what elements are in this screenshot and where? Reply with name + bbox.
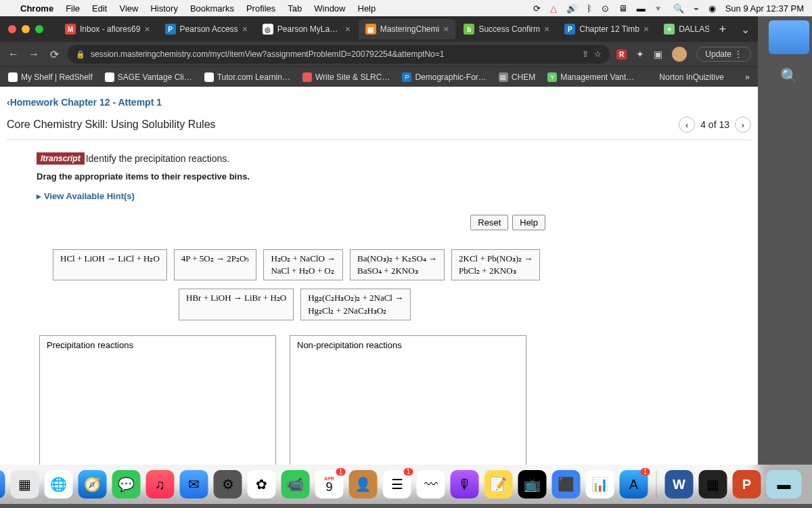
address-bar[interactable]: 🔒 session.masteringchemistry.com/myct/it… [68,45,610,64]
app-menu[interactable]: Chrome [20,3,53,14]
dock-word-icon[interactable]: W [665,470,694,499]
dock[interactable]: 🙂 ▦ 🌐 🧭 💬 ♫ ✉ ⚙ ✿ 📹 APR 9 1 👤 ☰1 〰 🎙 📝 📺… [0,465,812,504]
browser-tab[interactable]: MInbox - aflores69× [58,19,157,39]
bookmark-item[interactable]: PDemographic-For… [402,72,486,82]
menu-view[interactable]: View [119,3,138,14]
new-tab-button[interactable]: + [713,22,731,37]
dock-photos-icon[interactable]: ✿ [248,470,276,499]
dock-powerpoint-icon[interactable]: P [733,470,761,499]
menu-help[interactable]: Help [358,3,376,14]
dock-safari-icon[interactable]: 🧭 [78,470,107,499]
reaction-tile[interactable]: HCl + LiOH → LiCl + H₂O [53,249,167,280]
bookmark-item[interactable]: ▤CHEM [499,72,535,82]
bin-non-precipitation[interactable]: Non-precipitation reactions [290,335,526,471]
dock-contacts-icon[interactable]: 👤 [349,470,378,499]
menu-window[interactable]: Window [314,3,345,14]
bookmark-item[interactable]: Write Site & SLRC… [302,72,390,82]
dock-appstore-icon[interactable]: A1 [620,470,648,499]
menu-edit[interactable]: Edit [92,3,107,14]
browser-tab[interactable]: PPearson Access× [158,19,254,39]
status-display-icon[interactable]: 🖥 [618,3,627,14]
status-search-icon[interactable]: 🔍 [673,3,684,14]
dock-grid-icon[interactable]: ▦ [699,470,727,499]
dock-trash-icon[interactable]: 🗑 [807,470,813,499]
mac-menu-bar[interactable]: Chrome File Edit View History Bookmarks … [0,0,812,16]
forward-button[interactable]: → [27,48,41,60]
minimize-window-icon[interactable] [22,25,30,33]
menu-bookmarks[interactable]: Bookmarks [190,3,234,14]
menu-file[interactable]: File [66,3,80,14]
status-volume-icon[interactable]: 🔊 [566,3,577,14]
dock-reminders-icon[interactable]: ☰1 [383,470,411,499]
dock-mail-icon[interactable]: ✉ [180,470,208,499]
star-icon[interactable]: ☆ [594,49,602,59]
browser-tab[interactable]: ◎Pearson MyLab a× [256,19,357,39]
bookmark-item[interactable]: YManagement Vant… [547,72,634,82]
dock-calendar-icon[interactable]: APR 9 1 [315,470,344,499]
dock-window-thumb-icon[interactable]: ▬ [767,470,802,499]
desktop-search-icon[interactable]: 🔍 [780,68,798,85]
pager-next-button[interactable]: › [735,117,751,133]
transcript-badge[interactable]: ltranscript [37,152,85,165]
bookmark-item[interactable]: ⓘTutor.com Learnin… [204,72,290,82]
status-triangle-icon[interactable]: △ [550,3,557,14]
reaction-tile[interactable]: 2KCl + Pb(NO₃)₂ →PbCl₂ + 2KNO₃ [451,249,540,280]
dock-launchpad-icon[interactable]: ▦ [11,470,39,499]
bookmark-item[interactable]: Norton InQuizitive [646,72,723,82]
desktop-folder-icon[interactable] [769,20,809,54]
extensions-icon[interactable]: ✦ [636,49,644,60]
close-tab-icon[interactable]: × [144,24,150,35]
dock-freeform-icon[interactable]: 〰 [417,470,445,499]
dock-music-icon[interactable]: ♫ [146,470,175,499]
menu-history[interactable]: History [150,3,177,14]
close-tab-icon[interactable]: × [345,24,351,35]
bin-precipitation[interactable]: Precipitation reactions [39,335,276,471]
status-siri-icon[interactable]: ◉ [708,3,716,14]
reset-button[interactable]: Reset [470,215,508,230]
dock-messages-icon[interactable]: 💬 [112,470,141,499]
browser-tab[interactable]: ✦DALLAS BARIATR× [657,19,709,39]
status-battery-icon[interactable]: ▬ [637,3,646,14]
menu-profiles[interactable]: Profiles [246,3,275,14]
fullscreen-window-icon[interactable] [35,25,43,33]
close-window-icon[interactable] [8,25,16,33]
tab-dropdown-icon[interactable]: ⌄ [741,23,750,36]
side-panel-icon[interactable]: ▣ [654,49,662,60]
reload-button[interactable]: ⟳ [47,48,61,61]
dock-system-icon[interactable]: ⚙ [214,470,242,499]
share-icon[interactable]: ⇧ [582,49,589,59]
dock-finder-icon[interactable]: 🙂 [0,470,5,499]
dock-tv-icon[interactable]: 📺 [518,470,547,499]
pager-prev-button[interactable]: ‹ [679,117,695,133]
breadcrumb-back-link[interactable]: ‹Homework Chapter 12 - Attempt 1 [7,97,162,108]
extension-adblock-icon[interactable]: R [616,49,627,60]
reaction-tile[interactable]: Hg₂(C₂H₃O₂)₂ + 2NaCl →Hg₂Cl₂ + 2NaC₂H₃O₂ [300,289,411,320]
reaction-tile[interactable]: H₂O₂ + NaClO →NaCl + H₂O + O₂ [263,249,343,280]
close-tab-icon[interactable]: × [443,24,449,35]
dock-podcasts-icon[interactable]: 🎙 [451,470,479,499]
bookmarks-overflow-icon[interactable]: » [745,72,750,82]
reaction-tile[interactable]: Ba(NO₃)₂ + K₂SO₄ →BaSO₄ + 2KNO₃ [350,249,445,280]
status-bluetooth-icon[interactable]: ᛒ [587,3,592,14]
dock-app1-icon[interactable]: ⬛ [552,470,581,499]
browser-tab[interactable]: PChapter 12 Timb× [558,19,656,39]
dock-chrome-icon[interactable]: 🌐 [45,470,73,499]
status-sync-icon[interactable]: ⟳ [533,3,541,14]
menu-tab[interactable]: Tab [288,3,302,14]
reaction-tile[interactable]: 4P + 5O₂ → 2P₂O₅ [174,249,257,280]
profile-avatar-icon[interactable] [672,47,687,62]
window-controls[interactable] [8,25,43,33]
close-tab-icon[interactable]: × [242,24,248,35]
status-wifi-icon[interactable]: ᯤ [655,3,664,14]
dock-app2-icon[interactable]: 📊 [586,470,614,499]
dock-facetime-icon[interactable]: 📹 [281,470,310,499]
dock-notes-icon[interactable]: 📝 [484,470,513,499]
close-tab-icon[interactable]: × [644,24,649,35]
status-control-center-icon[interactable]: ⌁ [694,3,699,14]
menu-clock[interactable]: Sun 9 Apr 12:37 PM [725,3,804,14]
update-button[interactable]: Update⋮ [696,47,751,62]
browser-tab[interactable]: bSuccess Confirm× [457,19,556,39]
view-hints-link[interactable]: ▸ View Available Hint(s) [37,191,721,201]
close-tab-icon[interactable]: × [544,24,549,35]
help-button[interactable]: Help [512,215,545,230]
